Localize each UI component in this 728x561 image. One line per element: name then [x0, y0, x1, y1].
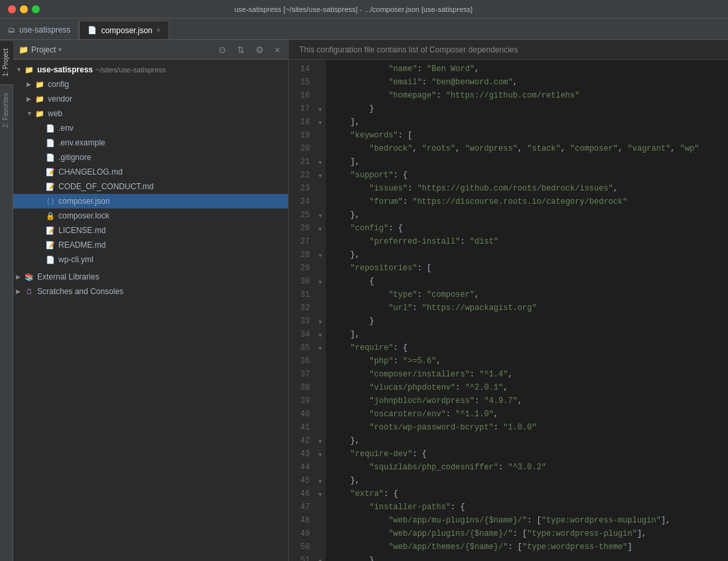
sidebar-tab-project[interactable]: 1: Project: [0, 40, 13, 84]
fold-button[interactable]: [315, 195, 325, 208]
fold-button[interactable]: ▾: [315, 554, 325, 561]
panel-title: 📁 Project ▾: [19, 45, 62, 54]
tab-composer-close[interactable]: ×: [157, 27, 161, 34]
minimize-window-button[interactable]: [20, 5, 28, 13]
code-info-bar: This configuration file contains list of…: [289, 40, 728, 60]
fold-button[interactable]: ▾: [315, 155, 325, 169]
tree-item-license[interactable]: 📝 LICENSE.md: [13, 223, 288, 238]
tree-item-web[interactable]: ▼ 📁 web: [13, 106, 288, 121]
code-lines: "name": "Ben Word", "email": "ben@benwor…: [326, 60, 728, 561]
fold-button[interactable]: [315, 421, 325, 434]
fold-button[interactable]: [315, 301, 325, 315]
code-line: },: [331, 554, 723, 561]
fold-button[interactable]: ▾: [315, 487, 325, 501]
code-line: "require": {: [331, 341, 723, 355]
code-line: "keywords": [: [331, 129, 723, 142]
code-content[interactable]: 1415161718192021222324252627282930313233…: [289, 60, 728, 561]
code-line: "email": "ben@benword.com",: [331, 76, 723, 89]
code-line: "vlucas/phpdotenv": "^2.0.1",: [331, 381, 723, 394]
fold-button[interactable]: ▾: [315, 208, 325, 222]
fold-button[interactable]: [315, 182, 325, 195]
fold-button[interactable]: [315, 381, 325, 394]
maximize-window-button[interactable]: [32, 5, 40, 13]
fold-button[interactable]: ▾: [315, 447, 325, 461]
code-panel: This configuration file contains list of…: [289, 40, 728, 561]
vendor-label: vendor: [48, 94, 72, 104]
tree-item-scratches-consoles[interactable]: ▶ 🗒 Scratches and Consoles: [13, 284, 288, 299]
tree-item-changelog[interactable]: 📝 CHANGELOG.md: [13, 165, 288, 179]
fold-button[interactable]: ▾: [315, 116, 325, 129]
web-arrow: ▼: [27, 110, 35, 117]
fold-button[interactable]: ▾: [315, 434, 325, 447]
fold-button[interactable]: [315, 235, 325, 248]
fold-button[interactable]: [315, 262, 325, 275]
scratch-arrow: ▶: [16, 288, 24, 295]
fold-button[interactable]: [315, 527, 325, 540]
fold-button[interactable]: [315, 89, 325, 102]
tab-project-icon: 🗂: [8, 26, 15, 34]
tree-item-env-example[interactable]: 📄 .env.example: [13, 135, 288, 150]
tree-item-vendor[interactable]: ▶ 📁 vendor: [13, 92, 288, 106]
expand-all-button[interactable]: ⇅: [234, 43, 248, 56]
code-line: "johnpbloch/wordpress": "4.9.7",: [331, 394, 723, 408]
fold-button[interactable]: [315, 408, 325, 421]
tree-item-env[interactable]: 📄 .env: [13, 121, 288, 135]
settings-button[interactable]: ⚙: [253, 43, 267, 56]
code-line: "config": {: [331, 222, 723, 235]
code-line: "squizlabs/php_codesniffer": "^3.0.2": [331, 461, 723, 474]
config-arrow: ▶: [27, 81, 35, 88]
close-panel-button[interactable]: ×: [272, 43, 283, 56]
locate-file-button[interactable]: ⊙: [216, 43, 229, 56]
close-window-button[interactable]: [8, 5, 16, 13]
fold-button[interactable]: [315, 129, 325, 142]
tree-root[interactable]: ▼ 📁 use-satispress ~/sites/use-satispres…: [13, 62, 288, 77]
tab-project[interactable]: 🗂 use-satispress: [0, 21, 79, 39]
fold-button[interactable]: ▾: [315, 222, 325, 235]
fold-button[interactable]: ▾: [315, 248, 325, 262]
fold-button[interactable]: ▾: [315, 474, 325, 487]
fold-button[interactable]: [315, 142, 325, 155]
tree-item-wp-cli[interactable]: 📄 wp-cli.yml: [13, 252, 288, 267]
tree-item-config[interactable]: ▶ 📁 config: [13, 77, 288, 92]
code-line: "extra": {: [331, 487, 723, 501]
env-label: .env: [58, 123, 74, 133]
fold-button[interactable]: [315, 368, 325, 381]
code-line: "bedrock", "roots", "wordpress", "stack"…: [331, 142, 723, 155]
tree-item-code-of-conduct[interactable]: 📝 CODE_OF_CONDUCT.md: [13, 179, 288, 194]
fold-button[interactable]: [315, 62, 325, 76]
sidebar-tab-favorites[interactable]: 2: Favorites: [0, 84, 13, 135]
fold-button[interactable]: [315, 461, 325, 474]
code-line: "require-dev": {: [331, 447, 723, 461]
window-controls: [8, 5, 40, 13]
fold-button[interactable]: ▾: [315, 169, 325, 182]
panel-dropdown-arrow[interactable]: ▾: [58, 46, 62, 53]
tree-item-composer-json[interactable]: { } composer.json: [13, 194, 288, 208]
root-path: ~/sites/use-satispress: [96, 66, 166, 74]
scratch-icon: 🗒: [24, 286, 35, 297]
tree-item-composer-lock[interactable]: 🔒 composer.lock: [13, 208, 288, 223]
wp-cli-file-icon: 📄: [45, 254, 56, 265]
fold-button[interactable]: [315, 394, 325, 408]
fold-button[interactable]: [315, 76, 325, 89]
tab-composer[interactable]: 📄 composer.json ×: [79, 21, 169, 39]
tree-item-gitignore[interactable]: 📄 .gitignore: [13, 150, 288, 165]
env-example-label: .env.example: [58, 138, 105, 147]
tree-item-readme[interactable]: 📝 README.md: [13, 238, 288, 252]
fold-button[interactable]: ▾: [315, 102, 325, 116]
gitignore-label: .gitignore: [58, 153, 91, 162]
fold-gutter: ▾▾▾▾▾▾▾▾▾▾▾▾▾▾▾▾▾▾▾▾▾: [315, 60, 326, 561]
fold-button[interactable]: [315, 514, 325, 527]
fold-button[interactable]: ▾: [315, 275, 325, 288]
fold-button[interactable]: ▾: [315, 328, 325, 341]
fold-button[interactable]: [315, 540, 325, 554]
fold-button[interactable]: [315, 355, 325, 368]
code-line: "php": ">=5.6",: [331, 355, 723, 368]
fold-button[interactable]: ▾: [315, 315, 325, 328]
tree-item-external-libraries[interactable]: ▶ 📚 External Libraries: [13, 270, 288, 284]
fold-button[interactable]: [315, 501, 325, 514]
fold-button[interactable]: ▾: [315, 341, 325, 355]
web-folder-icon: 📁: [35, 108, 45, 119]
fold-button[interactable]: [315, 288, 325, 301]
scratch-label: Scratches and Consoles: [37, 287, 123, 296]
code-line: ],: [331, 328, 723, 341]
